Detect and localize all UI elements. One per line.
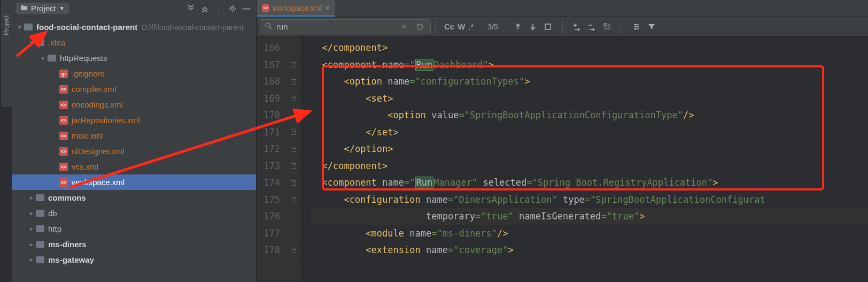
editor-pane: <> workspace.xml × × Cc W .* 3/5 [257, 0, 868, 282]
select-all-icon[interactable] [542, 21, 554, 33]
fold-toggle-icon[interactable] [286, 90, 300, 108]
svg-point-5 [634, 24, 636, 25]
tab-label: workspace.xml [273, 4, 322, 12]
settings-gear-icon[interactable] [227, 3, 238, 14]
project-view-selector[interactable]: Project ▼ [16, 3, 69, 14]
line-number: 174 [257, 174, 286, 192]
editor-tab-workspace[interactable]: <> workspace.xml × [257, 0, 335, 17]
xml-file-icon: <> [59, 131, 68, 141]
line-number: 170 [257, 107, 286, 124]
fold-toggle-icon[interactable] [286, 73, 300, 90]
code-line[interactable]: <set> [311, 90, 868, 108]
file-icon: gi [59, 69, 68, 79]
folder-icon [35, 193, 45, 203]
search-input[interactable] [276, 22, 394, 31]
line-number: 169 [257, 90, 286, 108]
fold-toggle-icon[interactable] [286, 158, 300, 175]
expand-all-icon[interactable] [199, 3, 210, 14]
filter-settings-icon[interactable] [631, 21, 642, 33]
code-line[interactable]: <module name="ms-diners"/> [311, 225, 868, 242]
tree-file-compiler[interactable]: <> compiler.xml [12, 81, 256, 97]
tree-file-gitignore[interactable]: gi .gitignore [12, 66, 256, 81]
code-line[interactable]: </component> [311, 158, 868, 175]
tree-file-misc[interactable]: <> misc.xml [12, 128, 256, 143]
tree-folder-http[interactable]: ▸ http [12, 221, 256, 237]
clear-search-icon[interactable]: × [398, 21, 410, 33]
regex-button[interactable]: .* [468, 21, 474, 33]
tree-file-vcs[interactable]: <> vcs.xml [12, 159, 256, 174]
code-line[interactable]: </set> [311, 124, 868, 141]
code-line[interactable]: <option name="configurationTypes"> [311, 73, 868, 90]
next-match-icon[interactable] [527, 21, 539, 33]
code-line[interactable]: <extension name="coverage"> [311, 242, 868, 259]
code-line[interactable]: <component name="RunDashboard"> [311, 57, 868, 74]
tree-root[interactable]: ▾ food-social-contact-parent D:\fl\food-… [12, 19, 256, 35]
folder-icon [47, 54, 57, 63]
file-label: uiDesigner.xml [72, 147, 124, 156]
chevron-down-icon: ▼ [59, 5, 65, 11]
project-tree: ▾ food-social-contact-parent D:\fl\food-… [12, 17, 256, 268]
tree-file-uidesigner[interactable]: <> uiDesigner.xml [12, 143, 256, 159]
line-gutter: 166 167 168 169 170 171 172 173 174 175 … [257, 36, 286, 282]
prev-match-icon[interactable] [512, 21, 524, 33]
tree-folder-db[interactable]: ▸ db [12, 205, 256, 221]
fold-toggle-icon[interactable] [286, 192, 300, 209]
svg-rect-3 [545, 24, 551, 29]
tree-file-jarrepositories[interactable]: <> jarRepositories.xml [12, 112, 256, 128]
file-label: workspace.xml [72, 178, 125, 187]
chevron-down-icon: ▾ [28, 39, 35, 46]
search-field-wrap[interactable]: × [260, 19, 431, 34]
code-content[interactable]: </component> <component name="RunDashboa… [300, 36, 868, 282]
collapse-all-icon[interactable] [185, 3, 196, 14]
xml-file-icon: <> [59, 85, 68, 94]
xml-file-icon: <> [59, 162, 68, 172]
folder-label: httpRequests [60, 54, 107, 63]
module-icon [24, 22, 33, 32]
line-number: 178 [257, 242, 286, 259]
code-line[interactable]: </option> [311, 141, 868, 158]
fold-gutter [286, 36, 300, 282]
fold-toggle-icon[interactable] [286, 242, 300, 259]
close-icon[interactable]: × [326, 4, 330, 12]
search-icon [265, 22, 272, 31]
chevron-right-icon: ▸ [28, 256, 35, 263]
tree-folder-msgateway[interactable]: ▸ ms-gateway [12, 252, 256, 268]
line-number: 168 [257, 73, 286, 90]
folder-icon [20, 4, 28, 13]
search-history-icon[interactable] [414, 21, 426, 33]
remove-selection-icon[interactable] [586, 21, 598, 33]
chevron-right-icon: ▸ [28, 225, 35, 232]
line-number: 177 [257, 225, 286, 242]
svg-point-7 [634, 28, 636, 29]
code-line[interactable]: </component> [311, 40, 868, 57]
tree-folder-msdiners[interactable]: ▸ ms-diners [12, 237, 256, 252]
words-button[interactable]: W [458, 21, 465, 33]
code-line[interactable]: <component name="RunManager" selected="S… [311, 174, 868, 192]
fold-toggle-icon[interactable] [286, 174, 300, 192]
vertical-tab-project[interactable]: Project [3, 15, 10, 35]
separator [435, 21, 436, 33]
chevron-right-icon: ▸ [28, 210, 35, 217]
match-case-button[interactable]: Cc [444, 21, 454, 33]
tree-file-encodings[interactable]: <> encodings.xml [12, 97, 256, 112]
fold-toggle-icon[interactable] [286, 57, 300, 74]
code-editor[interactable]: 166 167 168 169 170 171 172 173 174 175 … [257, 36, 868, 282]
select-all-occurrences-icon[interactable] [601, 21, 613, 33]
add-selection-icon[interactable] [571, 21, 583, 33]
root-name: food-social-contact-parent [36, 22, 137, 32]
fold-toggle-icon[interactable] [286, 141, 300, 158]
code-line[interactable]: <configuration name="DinersApplication" … [311, 192, 868, 209]
tree-httprequests-folder[interactable]: ▸ httpRequests [12, 50, 256, 66]
filter-icon[interactable] [646, 21, 657, 33]
chevron-right-icon: ▸ [28, 194, 35, 201]
code-line[interactable]: temporary="true" nameIsGenerated="true"> [311, 208, 868, 225]
xml-file-icon: <> [59, 116, 68, 125]
tree-idea-folder[interactable]: ▾ .idea [12, 35, 256, 50]
hide-icon[interactable]: — [241, 3, 252, 14]
folder-label: commons [48, 193, 86, 202]
tree-folder-commons[interactable]: ▸ commons [12, 190, 256, 205]
tree-file-workspace[interactable]: <> workspace.xml [12, 174, 256, 190]
project-view-label: Project [31, 4, 56, 13]
fold-toggle-icon[interactable] [286, 124, 300, 141]
code-line[interactable]: <option value="SpringBootApplicationConf… [311, 107, 868, 124]
